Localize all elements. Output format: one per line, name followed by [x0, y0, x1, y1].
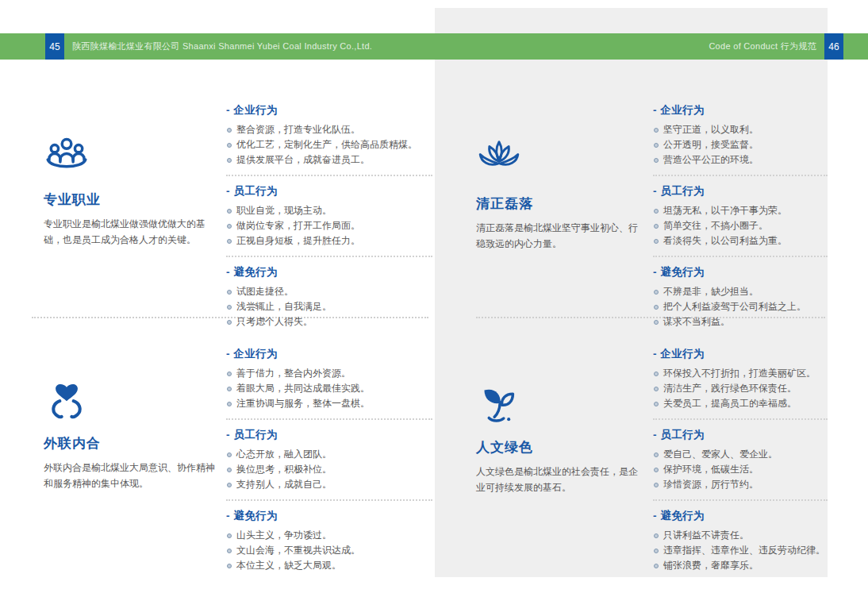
behavior-item: 正视自身短板，提升胜任力。 — [226, 234, 432, 248]
behavior-block: 避免行为 不辨是非，缺少担当。 把个人利益凌驾于公司利益之上。 谋求不当利益。 — [653, 265, 828, 337]
behavior-item: 换位思考，积极补位。 — [226, 463, 432, 476]
page-number-right: 46 — [824, 33, 843, 60]
behavior-block: 避免行为 试图走捷径。 浅尝辄止，自我满足。 只考虑个人得失。 — [226, 265, 432, 337]
section-intro: 外联内合 外联内合是榆北煤业大局意识、协作精神和服务精神的集中体现。 — [32, 337, 226, 580]
section-intro: 人文绿色 人文绿色是榆北煤业的社会责任，是企业可持续发展的基石。 — [474, 337, 653, 580]
block-items: 坚守正道，以义取利。 公开透明，接受监督。 营造公平公正的环境。 — [653, 123, 828, 167]
behavior-item: 山头主义，争功诿过。 — [226, 529, 432, 542]
behavior-item: 浅尝辄止，自我满足。 — [226, 300, 432, 314]
behavior-item: 谋求不当利益。 — [653, 315, 828, 329]
block-items: 坦荡无私，以干净干事为荣。 简单交往，不搞小圈子。 看淡得失，以公司利益为重。 — [653, 204, 828, 248]
behavior-item: 营造公平公正的环境。 — [653, 153, 828, 167]
heart-in-hands-icon — [44, 377, 90, 423]
behavior-item: 爱自己、爱家人、爱企业。 — [653, 448, 828, 461]
behavior-item: 铺张浪费，奢靡享乐。 — [653, 559, 828, 572]
block-heading: 企业行为 — [653, 103, 828, 117]
behavior-item: 把个人利益凌驾于公司利益之上。 — [653, 300, 828, 314]
behavior-block: 员工行为 坦荡无私，以干净干事为荣。 简单交往，不搞小圈子。 看淡得失，以公司利… — [653, 184, 828, 257]
block-items: 不辨是非，缺少担当。 把个人利益凌驾于公司利益之上。 谋求不当利益。 — [653, 285, 828, 329]
section-description: 外联内合是榆北煤业大局意识、协作精神和服务精神的集中体现。 — [44, 460, 218, 491]
block-heading: 员工行为 — [226, 428, 432, 442]
behavior-block: 企业行为 整合资源，打造专业化队伍。 优化工艺，定制化生产，供给高品质精煤。 提… — [226, 103, 432, 176]
behavior-blocks: 企业行为 坚守正道，以义取利。 公开透明，接受监督。 营造公平公正的环境。 员工… — [653, 94, 828, 337]
section-intro: 清正磊落 清正磊落是榆北煤业坚守事业初心、行稳致远的内心力量。 — [474, 94, 653, 337]
behavior-item: 珍惜资源，厉行节约。 — [653, 478, 828, 491]
section-description: 清正磊落是榆北煤业坚守事业初心、行稳致远的内心力量。 — [476, 220, 645, 252]
behavior-item: 不辨是非，缺少担当。 — [653, 285, 828, 298]
header-company-title: 陕西陕煤榆北煤业有限公司 Shaanxi Shanmei Yubei Coal … — [72, 40, 372, 52]
behavior-block: 企业行为 善于借力，整合内外资源。 着眼大局，共同达成最佳实践。 注重协调与服务… — [226, 347, 432, 420]
section-title: 外联内合 — [44, 434, 218, 452]
behavior-item: 着眼大局，共同达成最佳实践。 — [226, 382, 432, 395]
behavior-block: 员工行为 职业自觉，现场主动。 做岗位专家，打开工作局面。 正视自身短板，提升胜… — [226, 184, 432, 257]
block-items: 环保投入不打折扣，打造美丽矿区。 清洁生产，践行绿色环保责任。 关爱员工，提高员… — [653, 367, 828, 410]
lotus-icon — [476, 137, 522, 183]
behavior-item: 提供发展平台，成就奋进员工。 — [226, 153, 432, 167]
block-items: 善于借力，整合内外资源。 着眼大局，共同达成最佳实践。 注重协调与服务，整体一盘… — [226, 367, 432, 410]
behavior-item: 坚守正道，以义取利。 — [653, 123, 828, 137]
behavior-item: 支持别人，成就自己。 — [226, 478, 432, 491]
block-heading: 企业行为 — [226, 103, 432, 117]
block-items: 职业自觉，现场主动。 做岗位专家，打开工作局面。 正视自身短板，提升胜任力。 — [226, 204, 432, 248]
block-items: 山头主义，争功诿过。 文山会海，不重视共识达成。 本位主义，缺乏大局观。 — [226, 529, 432, 572]
section-external-internal-unity: 外联内合 外联内合是榆北煤业大局意识、协作精神和服务精神的集中体现。 企业行为 … — [32, 337, 432, 580]
block-heading: 避免行为 — [653, 509, 828, 523]
block-items: 试图走捷径。 浅尝辄止，自我满足。 只考虑个人得失。 — [226, 285, 432, 329]
behavior-item: 心态开放，融入团队。 — [226, 448, 432, 461]
block-heading: 企业行为 — [226, 347, 432, 361]
behavior-block: 员工行为 爱自己、爱家人、爱企业。 保护环境，低碳生活。 珍惜资源，厉行节约。 — [653, 428, 828, 501]
behavior-item: 文山会海，不重视共识达成。 — [226, 544, 432, 557]
behavior-item: 本位主义，缺乏大局观。 — [226, 559, 432, 572]
behavior-blocks: 企业行为 善于借力，整合内外资源。 着眼大局，共同达成最佳实践。 注重协调与服务… — [226, 337, 432, 580]
behavior-block: 避免行为 只讲利益不讲责任。 违章指挥、违章作业、违反劳动纪律。 铺张浪费，奢靡… — [653, 509, 828, 580]
section-description: 专业职业是榆北煤业做强做优做大的基础，也是员工成为合格人才的关键。 — [44, 216, 218, 248]
behavior-item: 注重协调与服务，整体一盘棋。 — [226, 397, 432, 410]
section-humanistic-green: 人文绿色 人文绿色是榆北煤业的社会责任，是企业可持续发展的基石。 企业行为 环保… — [474, 337, 828, 580]
section-title: 人文绿色 — [476, 438, 645, 456]
block-heading: 员工行为 — [653, 428, 828, 442]
behavior-item: 环保投入不打折扣，打造美丽矿区。 — [653, 367, 828, 380]
block-heading: 企业行为 — [653, 347, 828, 361]
sprout-icon — [476, 381, 522, 427]
behavior-blocks: 企业行为 环保投入不打折扣，打造美丽矿区。 清洁生产，践行绿色环保责任。 关爱员… — [653, 337, 828, 580]
behavior-item: 保护环境，低碳生活。 — [653, 463, 828, 476]
page-number-left: 45 — [45, 33, 64, 60]
block-heading: 员工行为 — [226, 184, 432, 198]
section-professional-career: 专业职业 专业职业是榆北煤业做强做优做大的基础，也是员工成为合格人才的关键。 企… — [32, 94, 432, 337]
section-title: 清正磊落 — [476, 194, 645, 213]
block-heading: 避免行为 — [226, 265, 432, 279]
behavior-item: 职业自觉，现场主动。 — [226, 204, 432, 218]
team-icon — [44, 133, 90, 179]
behavior-item: 只考虑个人得失。 — [226, 315, 432, 329]
section-title: 专业职业 — [44, 191, 218, 209]
block-items: 爱自己、爱家人、爱企业。 保护环境，低碳生活。 珍惜资源，厉行节约。 — [653, 448, 828, 491]
block-heading: 员工行为 — [653, 184, 828, 198]
section-intro: 专业职业 专业职业是榆北煤业做强做优做大的基础，也是员工成为合格人才的关键。 — [32, 94, 226, 337]
behavior-item: 公开透明，接受监督。 — [653, 138, 828, 152]
block-items: 整合资源，打造专业化队伍。 优化工艺，定制化生产，供给高品质精煤。 提供发展平台… — [226, 123, 432, 167]
behavior-block: 企业行为 环保投入不打折扣，打造美丽矿区。 清洁生产，践行绿色环保责任。 关爱员… — [653, 347, 828, 420]
behavior-item: 违章指挥、违章作业、违反劳动纪律。 — [653, 544, 828, 557]
block-heading: 避免行为 — [226, 509, 432, 523]
behavior-item: 关爱员工，提高员工的幸福感。 — [653, 397, 828, 410]
behavior-item: 清洁生产，践行绿色环保责任。 — [653, 382, 828, 395]
behavior-item: 看淡得失，以公司利益为重。 — [653, 234, 828, 248]
behavior-item: 简单交往，不搞小圈子。 — [653, 219, 828, 233]
behavior-block: 员工行为 心态开放，融入团队。 换位思考，积极补位。 支持别人，成就自己。 — [226, 428, 432, 501]
behavior-item: 试图走捷径。 — [226, 285, 432, 298]
block-items: 心态开放，融入团队。 换位思考，积极补位。 支持别人，成就自己。 — [226, 448, 432, 491]
behavior-item: 善于借力，整合内外资源。 — [226, 367, 432, 380]
behavior-item: 坦荡无私，以干净干事为荣。 — [653, 204, 828, 218]
section-integrity: 清正磊落 清正磊落是榆北煤业坚守事业初心、行稳致远的内心力量。 企业行为 坚守正… — [474, 94, 828, 337]
behavior-item: 整合资源，打造专业化队伍。 — [226, 123, 432, 137]
behavior-block: 避免行为 山头主义，争功诿过。 文山会海，不重视共识达成。 本位主义，缺乏大局观… — [226, 509, 432, 580]
behavior-item: 做岗位专家，打开工作局面。 — [226, 219, 432, 233]
section-description: 人文绿色是榆北煤业的社会责任，是企业可持续发展的基石。 — [476, 464, 645, 495]
behavior-item: 优化工艺，定制化生产，供给高品质精煤。 — [226, 138, 432, 152]
behavior-block: 企业行为 坚守正道，以义取利。 公开透明，接受监督。 营造公平公正的环境。 — [653, 103, 828, 176]
behavior-blocks: 企业行为 整合资源，打造专业化队伍。 优化工艺，定制化生产，供给高品质精煤。 提… — [226, 94, 432, 337]
block-items: 只讲利益不讲责任。 违章指挥、违章作业、违反劳动纪律。 铺张浪费，奢靡享乐。 — [653, 529, 828, 572]
block-heading: 避免行为 — [653, 265, 828, 279]
header-document-title: Code of Conduct 行为规范 — [709, 40, 816, 52]
behavior-item: 只讲利益不讲责任。 — [653, 529, 828, 542]
